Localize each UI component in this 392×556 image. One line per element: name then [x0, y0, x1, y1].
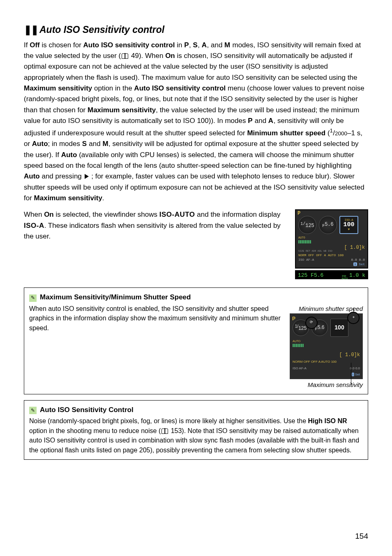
iso-auto-indicator: ISO-A 100 ▼ [339, 216, 358, 234]
note-icon: ✎ [29, 294, 37, 302]
body-para-2: When On is selected, the viewfinder show… [24, 209, 289, 242]
annotated-display-screenshot: ⟳ ⌖ P 1/125 F5.6 100 AUTO [ 1.0]k NORM O… [290, 313, 363, 379]
page-ref-icon [161, 429, 168, 434]
aperture-dial: F5.6 [319, 216, 337, 234]
heading-text: Auto ISO Sensitivity control [39, 24, 164, 35]
note-icon: ✎ [29, 407, 37, 414]
callout-title: Auto ISO Sensitivity Control [40, 405, 134, 415]
callout-auto-iso: ✎ Auto ISO Sensitivity Control Noise (ra… [24, 400, 368, 460]
shutter-dial: 1/125 [298, 216, 316, 234]
callout-body: Noise (randomly-spaced bright pixels, fo… [29, 416, 363, 455]
arrow-right-icon [85, 174, 89, 179]
callout-body: When auto ISO sensitivity control is ena… [29, 304, 284, 333]
page-ref-icon [122, 53, 128, 59]
annotation-max-sens: Maximum sensitivity [290, 380, 363, 389]
callout-title: Maximum Sensitivity/Minimum Shutter Spee… [40, 292, 191, 303]
viewfinder-strip: 125 F5.6 ISOAUTO 1.0 k [295, 270, 368, 279]
section-heading: ❚❚Auto ISO Sensitivity control [24, 23, 368, 37]
page-number: 154 [355, 530, 368, 542]
body-para-1: If Off is chosen for Auto ISO sensitivit… [24, 40, 368, 204]
info-display-screenshot: P 1/125 F5.6 ISO-A 100 ▼ AUTO [ 1.0]k SI… [295, 209, 368, 269]
heading-squares-icon: ❚❚ [24, 24, 38, 35]
magnifier-top-icon: ⟳ [305, 317, 318, 329]
callout-max-min: ✎ Maximum Sensitivity/Minimum Shutter Sp… [24, 287, 368, 394]
magnifier-top-right-icon: ⌖ [347, 312, 360, 324]
